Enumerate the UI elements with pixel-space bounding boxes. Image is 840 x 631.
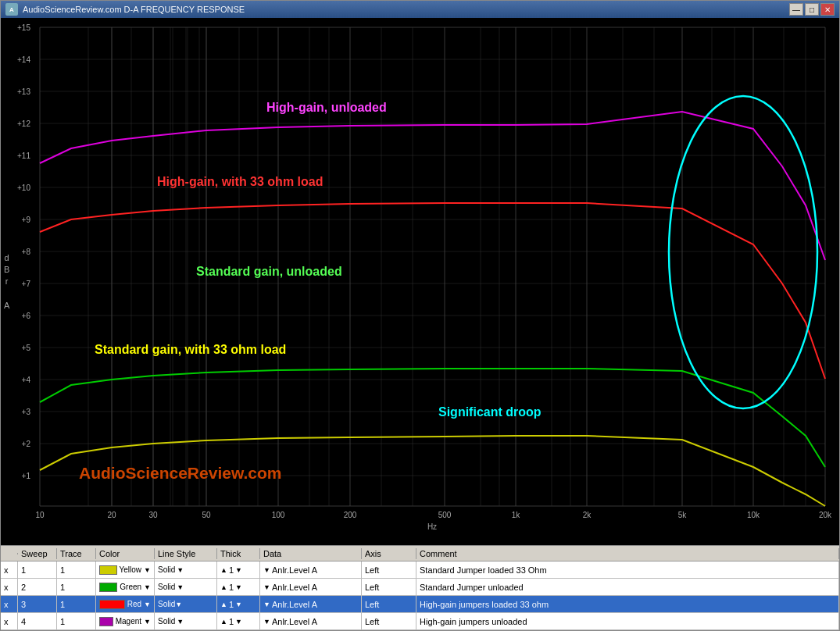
row2-color[interactable]: Green ▼: [96, 579, 155, 595]
row3-comment: High-gain jumpers loaded 33 ohm: [416, 596, 839, 612]
row1-trace: 1: [57, 561, 96, 578]
svg-text:Hz: Hz: [427, 522, 437, 531]
window-title: AudioScienceReview.com D-A FREQUENCY RES…: [23, 5, 245, 14]
row4-color[interactable]: Magent ▼: [96, 613, 155, 629]
row3-sweep: 3: [18, 596, 57, 612]
row3-data[interactable]: ▼Anlr.Level A: [260, 596, 362, 612]
col-header-data: Data: [260, 548, 362, 559]
col-header-linestyle: Line Style: [155, 548, 217, 559]
svg-text:+15: +15: [17, 23, 30, 32]
row4-sweep: 4: [18, 613, 57, 629]
svg-text:+9: +9: [22, 216, 31, 224]
row4-trace: 1: [57, 613, 96, 629]
row3-trace: 1: [57, 596, 96, 612]
svg-text:+12: +12: [17, 119, 30, 128]
col-header-axis: Axis: [362, 548, 416, 559]
maximize-button[interactable]: □: [805, 3, 819, 16]
row4-axis: Left: [362, 613, 416, 629]
svg-text:200: 200: [344, 511, 357, 519]
svg-text:5k: 5k: [678, 511, 688, 519]
row1-sweep: 1: [18, 561, 57, 578]
row2-sweep: 2: [18, 579, 57, 595]
data-table: Sweep Trace Color Line Style Thick Data …: [1, 545, 839, 630]
svg-text:AudioScienceReview.com: AudioScienceReview.com: [79, 464, 281, 482]
svg-text:+6: +6: [22, 312, 31, 320]
close-button[interactable]: ✕: [820, 3, 835, 16]
table-row: x 2 1 Green ▼ Solid▼ ▲1▼ ▼Anlr.Level A L…: [1, 579, 839, 596]
svg-text:+14: +14: [17, 55, 30, 64]
row4-linestyle[interactable]: Solid▼: [155, 613, 217, 629]
row2-linestyle[interactable]: Solid▼: [155, 579, 217, 595]
svg-text:2k: 2k: [583, 511, 592, 519]
svg-text:+2: +2: [22, 440, 31, 448]
title-bar: A AudioScienceReview.com D-A FREQUENCY R…: [1, 1, 839, 18]
svg-text:100: 100: [272, 511, 285, 519]
svg-text:20: 20: [107, 511, 116, 519]
row3-thick[interactable]: ▲1▼: [217, 596, 260, 612]
row1-color[interactable]: Yellow ▼: [96, 561, 155, 578]
row1-check: x: [1, 561, 18, 578]
svg-text:+11: +11: [17, 152, 30, 160]
row2-data[interactable]: ▼Anlr.Level A: [260, 579, 362, 595]
app-icon: A: [5, 3, 18, 16]
svg-text:Standard gain, unloaded: Standard gain, unloaded: [196, 265, 342, 278]
svg-text:+7: +7: [22, 280, 31, 288]
row1-thick[interactable]: ▲1▼: [217, 561, 260, 578]
row1-axis: Left: [362, 561, 416, 578]
table-row: x 1 1 Yellow ▼ Solid▼ ▲1▼ ▼Anlr.Level A …: [1, 561, 839, 579]
row3-linestyle[interactable]: Solid▼: [155, 596, 217, 612]
col-header-check: [1, 553, 18, 554]
chart-area: dBr A AP .grid-line { stroke: #333; stro…: [1, 18, 839, 545]
col-header-sweep: Sweep: [18, 548, 57, 559]
svg-text:500: 500: [438, 511, 452, 519]
svg-text:+1: +1: [22, 472, 31, 480]
svg-text:+3: +3: [22, 408, 31, 416]
col-header-thick: Thick: [217, 548, 260, 559]
col-header-trace: Trace: [57, 548, 96, 559]
row2-check: x: [1, 579, 18, 595]
svg-text:20k: 20k: [819, 511, 832, 519]
row3-check: x: [1, 596, 18, 612]
col-header-comment: Comment: [416, 548, 839, 559]
row3-axis: Left: [362, 596, 416, 612]
table-row: x 4 1 Magent ▼ Solid▼ ▲1▼ ▼Anlr.Level A …: [1, 613, 839, 630]
main-window: A AudioScienceReview.com D-A FREQUENCY R…: [0, 0, 840, 631]
row2-thick[interactable]: ▲1▼: [217, 579, 260, 595]
svg-text:10k: 10k: [747, 511, 760, 519]
svg-text:+4: +4: [22, 376, 31, 384]
minimize-button[interactable]: —: [789, 3, 803, 16]
svg-text:High-gain, with 33 ohm load: High-gain, with 33 ohm load: [157, 175, 323, 188]
row1-comment: Standard Jumper loaded 33 Ohm: [416, 561, 839, 578]
row4-check: x: [1, 613, 18, 629]
window-controls: — □ ✕: [789, 3, 835, 16]
svg-text:10: 10: [35, 511, 45, 519]
svg-text:Significant droop: Significant droop: [438, 405, 542, 419]
svg-text:30: 30: [148, 511, 158, 519]
row4-comment: High-gain jumpers unloaded: [416, 613, 839, 629]
svg-text:High-gain, unloaded: High-gain, unloaded: [266, 101, 387, 114]
row1-linestyle[interactable]: Solid▼: [155, 561, 217, 578]
row2-comment: Standard Jumper unloaded: [416, 579, 839, 595]
col-header-color: Color: [96, 548, 155, 559]
svg-text:1k: 1k: [512, 511, 521, 519]
svg-text:Standard gain, with 33 ohm loa: Standard gain, with 33 ohm load: [95, 343, 286, 356]
svg-text:+13: +13: [17, 87, 30, 96]
chart-svg: .grid-line { stroke: #333; stroke-width:…: [1, 18, 839, 545]
row2-trace: 1: [57, 579, 96, 595]
svg-text:+10: +10: [17, 184, 30, 192]
svg-text:+5: +5: [22, 344, 31, 352]
row4-thick[interactable]: ▲1▼: [217, 613, 260, 629]
row3-color[interactable]: Red ▼: [96, 596, 155, 612]
svg-rect-1: [40, 27, 825, 506]
table-row-selected: x 3 1 Red ▼ Solid▼ ▲1▼ ▼Anlr.Level A Lef…: [1, 596, 839, 613]
row1-data[interactable]: ▼Anlr.Level A: [260, 561, 362, 578]
row2-axis: Left: [362, 579, 416, 595]
svg-text:50: 50: [202, 511, 211, 519]
svg-text:+8: +8: [22, 248, 31, 256]
row4-data[interactable]: ▼Anlr.Level A: [260, 613, 362, 629]
